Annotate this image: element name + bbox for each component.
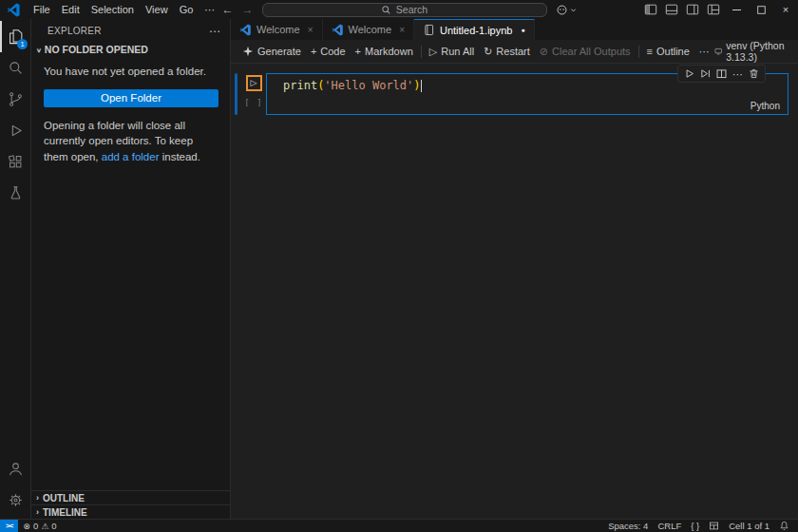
kernel-vm-icon [714, 46, 722, 57]
section-outline[interactable]: › OUTLINE [31, 490, 230, 504]
empty-folder-message: You have not yet opened a folder. [44, 64, 218, 80]
generate-button[interactable]: Generate [238, 42, 306, 61]
modified-dot-icon[interactable]: ● [521, 27, 524, 33]
cell-language-picker[interactable]: Python [750, 101, 780, 111]
add-code-cell-button[interactable]: + Code [306, 42, 351, 61]
customize-layout-icon[interactable] [703, 0, 724, 19]
run-debug-icon [7, 122, 25, 140]
eol-indicator[interactable]: CRLF [653, 521, 686, 531]
toggle-panel-icon[interactable] [661, 0, 682, 19]
sidebar-body: You have not yet opened a folder. Open F… [31, 62, 230, 165]
more-icon: ⋯ [699, 46, 710, 58]
section-title: NO FOLDER OPENED [45, 44, 148, 55]
tab-label: Untitled-1.ipynb [440, 25, 512, 36]
remote-indicator[interactable]: >< [0, 520, 18, 532]
menu-view[interactable]: View [140, 3, 174, 16]
navigate-forward-icon[interactable]: → [242, 3, 254, 16]
toggle-secondary-sidebar-icon[interactable] [682, 0, 703, 19]
more-actions-icon[interactable]: ⋯ [732, 69, 744, 79]
sidebar-title: EXPLORER [48, 26, 102, 36]
activitybar-explorer[interactable]: 1 [0, 21, 30, 52]
source-control-icon [7, 90, 25, 108]
activitybar-testing[interactable] [0, 178, 30, 209]
section-timeline[interactable]: › TIMELINE [31, 504, 230, 519]
close-button[interactable]: × [773, 0, 798, 19]
search-icon [7, 59, 25, 77]
section-no-folder-opened[interactable]: ∨ NO FOLDER OPENED [31, 43, 230, 62]
cell-position-indicator[interactable]: Cell 1 of 1 [724, 521, 774, 531]
open-folder-hint: Opening a folder will close all currentl… [44, 118, 218, 165]
vscode-logo-icon [7, 3, 21, 17]
gear-icon [7, 491, 25, 509]
menu-file[interactable]: File [28, 3, 56, 16]
warning-count: 0 [51, 521, 56, 531]
activity-bar: 1 [0, 19, 31, 519]
tab-untitled-notebook[interactable]: Untitled-1.ipynb ● [414, 19, 535, 40]
maximize-icon [757, 6, 766, 14]
menu-go[interactable]: Go [174, 3, 200, 16]
delete-cell-icon[interactable] [748, 67, 760, 80]
chevron-right-icon: › [36, 493, 39, 503]
notifications-bell-icon[interactable] [774, 521, 794, 531]
maximize-button[interactable] [749, 0, 773, 19]
activitybar-source-control[interactable] [0, 84, 30, 115]
activitybar-bottom [0, 453, 30, 519]
code-label: Code [320, 46, 345, 57]
command-center-search[interactable]: Search [262, 3, 547, 17]
toolbar-more-actions[interactable]: ⋯ [694, 42, 714, 61]
add-markdown-cell-button[interactable]: + Markdown [351, 42, 418, 61]
run-all-button[interactable]: ▷ Run All [425, 42, 479, 61]
outline-list-icon: ≡ [647, 46, 653, 57]
error-icon: ⊗ [23, 522, 30, 531]
toggle-primary-sidebar-icon[interactable] [640, 0, 661, 19]
open-folder-button[interactable]: Open Folder [44, 89, 218, 107]
add-folder-link[interactable]: add a folder [102, 151, 160, 162]
generate-label: Generate [257, 46, 301, 57]
problems-indicator[interactable]: ⊗ 0 ⚠ 0 [18, 521, 61, 531]
tab-welcome-1[interactable]: Welcome × [231, 19, 323, 40]
explorer-sidebar: EXPLORER ⋯ ∨ NO FOLDER OPENED You have n… [31, 19, 231, 519]
navigate-back-icon[interactable]: ← [222, 3, 234, 16]
activitybar-run-debug[interactable] [0, 115, 30, 146]
toolbar-separator [638, 46, 639, 58]
menu-overflow[interactable]: ⋯ [199, 3, 220, 17]
kernel-picker[interactable]: venv (Python 3.13.3) [714, 40, 790, 63]
clear-all-outputs-button[interactable]: ⊘ Clear All Outputs [535, 42, 636, 61]
activitybar-extensions[interactable] [0, 146, 30, 178]
activitybar-settings[interactable] [0, 484, 30, 516]
split-cell-icon[interactable] [715, 67, 728, 80]
code-token-string: 'Hello World' [324, 79, 413, 92]
minimize-button[interactable] [724, 0, 749, 19]
timeline-section-title: TIMELINE [43, 507, 87, 518]
activitybar-search[interactable] [0, 52, 30, 84]
sidebar-more-actions-icon[interactable]: ⋯ [209, 25, 220, 38]
chevron-down-icon: ∨ [36, 46, 42, 52]
copilot-button[interactable] [556, 4, 577, 16]
restart-kernel-button[interactable]: ↻ Restart [479, 42, 535, 61]
code-token-close-paren: ) [413, 79, 420, 92]
indent-indicator[interactable]: Spaces: 4 [603, 521, 653, 531]
run-all-icon: ▷ [429, 46, 437, 58]
outline-button[interactable]: ≡ Outline [642, 42, 694, 61]
run-cell-icon[interactable] [683, 67, 695, 80]
titlebar-actions: × [640, 0, 798, 19]
menu-selection[interactable]: Selection [86, 3, 140, 16]
braces-language-icon[interactable]: { } [686, 521, 704, 531]
title-bar: File Edit Selection View Go ⋯ ← → Search [0, 0, 798, 19]
restart-label: Restart [496, 46, 529, 57]
code-token-function: print [283, 79, 317, 92]
run-below-icon[interactable] [699, 67, 712, 80]
search-icon [381, 5, 391, 15]
tab-welcome-2[interactable]: Welcome × [323, 19, 415, 40]
run-cell-button[interactable]: ▷ [246, 75, 262, 91]
notebook-layout-icon[interactable] [704, 521, 724, 531]
cell-gutter: ▷ [ ] [241, 73, 266, 115]
activitybar-account[interactable] [0, 453, 30, 484]
close-icon[interactable]: × [308, 25, 314, 35]
plus-icon: + [311, 46, 316, 57]
chevron-down-icon [570, 7, 577, 13]
menu-edit[interactable]: Edit [56, 3, 86, 16]
outline-section-title: OUTLINE [43, 493, 85, 504]
close-icon[interactable]: × [399, 25, 405, 35]
execution-count: [ ] [244, 98, 262, 107]
